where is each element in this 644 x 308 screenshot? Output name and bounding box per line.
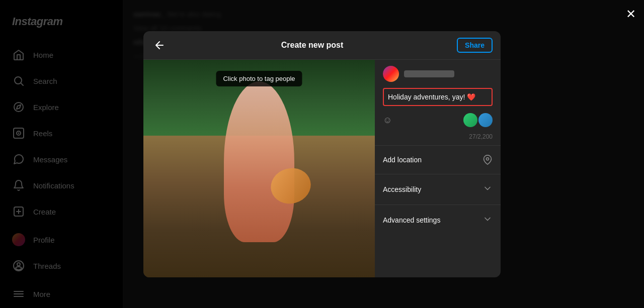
accessibility-chevron-icon bbox=[482, 183, 493, 195]
modal-body: Click photo to tag people Holiday advent… bbox=[143, 60, 501, 277]
caption-text: Holiday adventures, yay! ❤️ bbox=[388, 93, 488, 101]
photo-area[interactable]: Click photo to tag people bbox=[143, 60, 375, 277]
post-image bbox=[143, 60, 375, 277]
tag-icon-2 bbox=[478, 113, 493, 127]
caption-toolbar: ☺ bbox=[375, 110, 501, 130]
advanced-settings-chevron-icon bbox=[482, 214, 493, 226]
tag-icons bbox=[463, 113, 493, 127]
modal-header: Create new post Share bbox=[143, 31, 501, 60]
location-icon bbox=[482, 155, 493, 165]
divider-2 bbox=[375, 174, 501, 174]
accessibility-row[interactable]: Accessibility bbox=[375, 176, 501, 202]
divider-1 bbox=[375, 145, 501, 146]
caption-area: Holiday adventures, yay! ❤️ bbox=[375, 88, 501, 106]
user-row bbox=[375, 66, 501, 88]
user-avatar bbox=[383, 66, 399, 82]
modal-title: Create new post bbox=[281, 41, 344, 50]
caption-box: Holiday adventures, yay! ❤️ bbox=[383, 88, 493, 106]
add-location-label: Add location bbox=[383, 156, 422, 164]
divider-3 bbox=[375, 204, 501, 205]
close-button[interactable]: ✕ bbox=[626, 8, 636, 20]
accessibility-label: Accessibility bbox=[383, 185, 421, 193]
emoji-button[interactable]: ☺ bbox=[383, 116, 392, 125]
advanced-settings-row[interactable]: Advanced settings bbox=[375, 207, 501, 233]
tag-icon-1 bbox=[463, 113, 477, 127]
back-button[interactable] bbox=[151, 37, 168, 53]
right-panel: Holiday adventures, yay! ❤️ ☺ 27/2,200 A… bbox=[375, 60, 501, 277]
char-count-row: 27/2,200 bbox=[375, 130, 501, 143]
svg-point-13 bbox=[487, 157, 489, 160]
username-bar bbox=[404, 70, 454, 77]
tag-tooltip: Click photo to tag people bbox=[216, 71, 302, 86]
add-location-row[interactable]: Add location bbox=[375, 148, 501, 172]
char-count: 27/2,200 bbox=[469, 133, 493, 140]
create-post-modal: Create new post Share Click photo to tag… bbox=[143, 31, 501, 277]
advanced-settings-label: Advanced settings bbox=[383, 216, 440, 224]
share-button[interactable]: Share bbox=[457, 38, 493, 53]
